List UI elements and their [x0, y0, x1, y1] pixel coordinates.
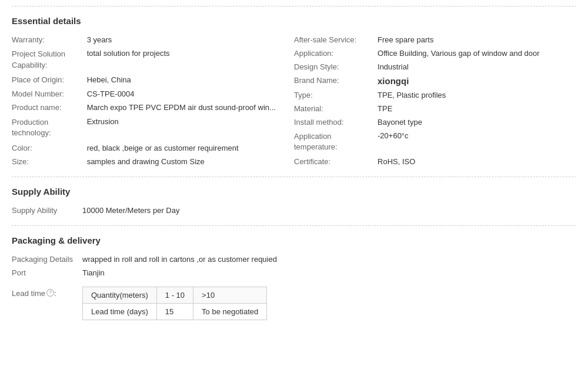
detail-row-production-technology: Productiontechnology: Extrusion [12, 115, 294, 141]
detail-row-aftersale: After-sale Service: Free spare parts [294, 33, 576, 46]
essential-right-col: After-sale Service: Free spare parts App… [294, 33, 576, 168]
certificate-value: RoHS, ISO [377, 155, 576, 168]
certificate-label: Certificate: [294, 155, 377, 168]
essential-details-grid: Warranty: 3 years Project SolutionCapabi… [12, 33, 576, 168]
design-style-label: Design Style: [294, 60, 377, 74]
port-label: Port [12, 268, 82, 277]
size-label: Size: [12, 155, 87, 168]
packaging-title: Packaging & delivery [12, 235, 576, 245]
port-row: Port Tianjin [12, 266, 576, 280]
detail-row-place-of-origin: Place of Origin: Hebei, China [12, 73, 294, 87]
packaging-details-row: Packaging Details wrapped in roll and ro… [12, 252, 576, 266]
product-name-value: March expo TPE PVC EPDM air dust sound-p… [87, 101, 294, 114]
type-value: TPE, Plastic profiles [377, 88, 576, 102]
lt-row-label: Lead time (days) [83, 304, 157, 320]
app-temp-label: Applicationtemperature: [294, 129, 377, 155]
supply-value: 10000 Meter/Meters per Day [82, 206, 179, 215]
size-value: samples and drawing Custom Size [87, 155, 294, 168]
info-icon[interactable]: ? [46, 289, 54, 297]
warranty-label: Warranty: [12, 33, 87, 46]
type-label: Type: [294, 88, 377, 102]
production-technology-label: Productiontechnology: [12, 115, 87, 141]
packaging-details-label: Packaging Details [12, 255, 82, 264]
port-value: Tianjin [82, 268, 105, 277]
place-of-origin-label: Place of Origin: [12, 73, 87, 87]
app-temp-value: -20+60°c [377, 129, 576, 155]
lt-header-1-10: 1 - 10 [156, 287, 193, 304]
install-method-value: Bayonet type [377, 115, 576, 129]
detail-row-brand-name: Brand Name: xiongqi [294, 74, 576, 88]
detail-row-application: Application: Office Building, Various ga… [294, 46, 576, 60]
brand-name-label: Brand Name: [294, 74, 377, 88]
aftersale-value: Free spare parts [377, 33, 576, 46]
detail-row-project-solution: Project SolutionCapability: total soluti… [12, 46, 294, 73]
detail-row-app-temp: Applicationtemperature: -20+60°c [294, 129, 576, 155]
lt-header-qty: Quantity(meters) [83, 287, 157, 304]
material-value: TPE [377, 102, 576, 115]
lead-time-label: Lead time?: [12, 287, 82, 298]
supply-row: Supply Ability 10000 Meter/Meters per Da… [12, 204, 576, 217]
application-label: Application: [294, 46, 377, 60]
detail-row-install-method: Install method: Bayonet type [294, 115, 576, 129]
essential-left-col: Warranty: 3 years Project SolutionCapabi… [12, 33, 294, 168]
detail-row-type: Type: TPE, Plastic profiles [294, 88, 576, 102]
production-technology-value: Extrusion [87, 115, 294, 141]
aftersale-label: After-sale Service: [294, 33, 377, 46]
supply-ability-title: Supply Ability [12, 187, 576, 197]
detail-row-certificate: Certificate: RoHS, ISO [294, 155, 576, 168]
detail-row-warranty: Warranty: 3 years [12, 33, 294, 46]
color-label: Color: [12, 141, 87, 155]
lead-time-section: Lead time?: Quantity(meters) 1 - 10 >10 … [12, 280, 576, 324]
warranty-value: 3 years [87, 33, 294, 46]
product-name-label: Product name: [12, 101, 87, 114]
detail-row-design-style: Design Style: Industrial [294, 60, 576, 74]
material-label: Material: [294, 102, 377, 115]
project-solution-value: total solution for projects [87, 46, 294, 73]
detail-row-product-name: Product name: March expo TPE PVC EPDM ai… [12, 101, 294, 114]
design-style-value: Industrial [377, 60, 576, 74]
project-solution-label: Project SolutionCapability: [12, 46, 87, 73]
application-value: Office Building, Various gap of window a… [377, 46, 576, 60]
model-number-value: CS-TPE-0004 [87, 87, 294, 101]
packaging-section: Packaging & delivery Packaging Details w… [12, 225, 576, 330]
lead-time-text: Lead time [12, 289, 45, 298]
lt-row-val2: To be negotiated [193, 304, 267, 320]
color-value: red, black ,beige or as customer require… [87, 141, 294, 155]
supply-label: Supply Ability [12, 206, 82, 215]
install-method-label: Install method: [294, 115, 377, 129]
lead-time-table: Quantity(meters) 1 - 10 >10 Lead time (d… [82, 287, 267, 320]
lt-header-gt10: >10 [193, 287, 267, 304]
detail-row-model-number: Model Number: CS-TPE-0004 [12, 87, 294, 101]
supply-ability-section: Supply Ability Supply Ability 10000 Mete… [12, 177, 576, 223]
lead-time-header-row: Quantity(meters) 1 - 10 >10 [83, 287, 267, 304]
model-number-label: Model Number: [12, 87, 87, 101]
place-of-origin-value: Hebei, China [87, 73, 294, 87]
essential-details-title: Essential details [12, 16, 576, 26]
packaging-details-value: wrapped in roll and roll in cartons ,or … [82, 255, 277, 264]
lt-row-val1: 15 [156, 304, 193, 320]
essential-details-section: Essential details Warranty: 3 years Proj… [12, 6, 576, 174]
detail-row-material: Material: TPE [294, 102, 576, 115]
brand-name-value: xiongqi [377, 74, 576, 88]
detail-row-color: Color: red, black ,beige or as customer … [12, 141, 294, 155]
lead-time-data-row: Lead time (days) 15 To be negotiated [83, 304, 267, 320]
detail-row-size: Size: samples and drawing Custom Size [12, 155, 294, 168]
